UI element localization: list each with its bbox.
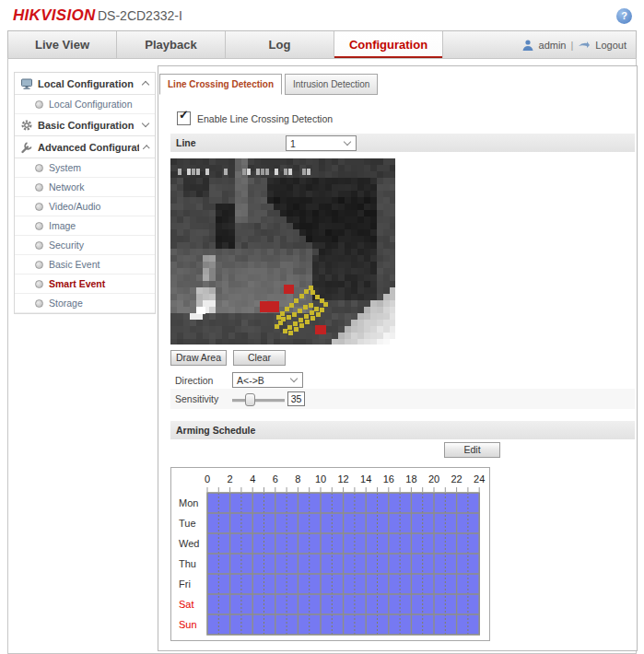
logout-button[interactable]: Logout bbox=[595, 40, 626, 51]
help-icon[interactable]: ? bbox=[616, 8, 632, 24]
tab-intrusion-detection[interactable]: Intrusion Detection bbox=[285, 74, 378, 95]
line-select-value: 1 bbox=[290, 138, 296, 149]
day-label: Tue bbox=[179, 518, 196, 529]
chevron-up-icon bbox=[142, 81, 149, 88]
direction-label: Direction bbox=[175, 375, 213, 386]
hour-label: 12 bbox=[337, 473, 348, 485]
sensitivity-input[interactable] bbox=[287, 391, 305, 406]
day-label: Fri bbox=[179, 578, 191, 590]
hour-label: 20 bbox=[428, 473, 439, 485]
arming-schedule-title: Arming Schedule bbox=[170, 425, 255, 436]
nav-tab-playback[interactable]: Playback bbox=[117, 31, 226, 58]
line-section-bar: Line 1 bbox=[170, 134, 635, 152]
direction-select-value: A<->B bbox=[237, 375, 264, 386]
sidebar-item-label: Local Configuration bbox=[49, 99, 132, 110]
hour-label: 14 bbox=[360, 473, 371, 485]
bullet-icon bbox=[35, 222, 43, 230]
bullet-icon bbox=[35, 241, 43, 250]
day-label: Sat bbox=[179, 599, 194, 610]
divider: | bbox=[570, 40, 573, 51]
hour-label: 10 bbox=[315, 473, 326, 485]
main-panel: Line Crossing DetectionIntrusion Detecti… bbox=[158, 65, 638, 651]
sidebar-item-label: Video/Audio bbox=[49, 201, 100, 212]
sidebar-item-image[interactable]: Image bbox=[15, 216, 155, 236]
chevron-down-icon bbox=[142, 120, 149, 127]
line-label: Line bbox=[170, 137, 196, 148]
main-nav: Live ViewPlaybackLogConfiguration admin … bbox=[7, 30, 637, 59]
gear-icon bbox=[20, 119, 33, 132]
sidebar-item-smart-event[interactable]: Smart Event bbox=[15, 274, 155, 294]
user-icon bbox=[521, 39, 534, 52]
enable-checkbox-label: Enable Line Crossing Detection bbox=[197, 113, 333, 124]
camera-preview[interactable] bbox=[170, 158, 395, 345]
content-container: Local ConfigurationLocal ConfigurationBa… bbox=[7, 58, 637, 654]
bullet-icon bbox=[35, 164, 43, 172]
chevron-down-icon bbox=[344, 138, 351, 146]
sidebar-item-storage[interactable]: Storage bbox=[15, 294, 155, 313]
wrench-icon bbox=[20, 141, 33, 154]
sidebar-item-network[interactable]: Network bbox=[15, 178, 155, 197]
hour-label: 6 bbox=[273, 473, 278, 485]
nav-tab-live-view[interactable]: Live View bbox=[8, 31, 117, 58]
hour-label: 0 bbox=[205, 473, 210, 485]
sidebar-item-basic-event[interactable]: Basic Event bbox=[15, 255, 155, 274]
hour-label: 18 bbox=[405, 473, 416, 485]
monitor-icon bbox=[20, 77, 33, 90]
enable-line-crossing-checkbox[interactable]: ✓ bbox=[177, 111, 191, 125]
edit-schedule-button[interactable]: Edit bbox=[444, 442, 500, 458]
sidebar-group-label: Advanced Configuration bbox=[38, 142, 139, 153]
arming-schedule-bar: Arming Schedule bbox=[170, 421, 635, 439]
sidebar-group-local-configuration[interactable]: Local Configuration bbox=[15, 73, 155, 95]
sidebar-item-label: Security bbox=[49, 239, 84, 251]
enable-row: ✓ Enable Line Crossing Detection bbox=[177, 111, 333, 125]
sensitivity-label: Sensitivity bbox=[175, 393, 218, 404]
bullet-icon bbox=[35, 299, 43, 308]
user-area: admin | Logout bbox=[521, 31, 636, 58]
sidebar-item-label: Image bbox=[49, 220, 76, 231]
sensitivity-slider-track[interactable] bbox=[232, 399, 285, 403]
day-label: Sun bbox=[179, 619, 197, 630]
sensitivity-slider-thumb[interactable] bbox=[245, 393, 255, 406]
arming-schedule-grid: 024681012141618202224MonTueWedThuFriSatS… bbox=[171, 468, 489, 640]
sidebar-item-label: Basic Event bbox=[49, 259, 100, 270]
draw-area-button[interactable]: Draw Area bbox=[170, 350, 227, 366]
detection-tabs: Line Crossing DetectionIntrusion Detecti… bbox=[159, 74, 381, 94]
device-model-title: DS-2CD2332-I bbox=[98, 8, 182, 23]
sidebar-group-label: Basic Configuration bbox=[38, 120, 135, 131]
day-label: Thu bbox=[179, 558, 196, 569]
hour-label: 2 bbox=[228, 473, 233, 485]
bullet-icon bbox=[35, 280, 43, 288]
bullet-icon bbox=[35, 100, 43, 109]
chevron-down-icon bbox=[290, 375, 298, 382]
nav-tabs: Live ViewPlaybackLogConfiguration bbox=[8, 31, 443, 58]
sidebar-group-basic-configuration[interactable]: Basic Configuration bbox=[15, 114, 155, 136]
hour-label: 16 bbox=[383, 473, 394, 485]
hour-label: 4 bbox=[250, 473, 255, 485]
nav-tab-configuration[interactable]: Configuration bbox=[334, 31, 443, 58]
logout-icon bbox=[578, 39, 591, 52]
sidebar-item-label: Smart Event bbox=[49, 278, 105, 289]
hour-label: 8 bbox=[295, 473, 300, 485]
chevron-up-icon bbox=[142, 145, 149, 152]
hikvision-config-page: HIKVISION DS-2CD2332-I ? Live ViewPlayba… bbox=[0, 0, 644, 654]
sidebar-group-label: Local Configuration bbox=[38, 78, 134, 89]
direction-select[interactable]: A<->B bbox=[232, 372, 303, 388]
nav-tab-log[interactable]: Log bbox=[226, 31, 334, 58]
day-label: Mon bbox=[179, 497, 198, 508]
sidebar-item-label: System bbox=[49, 162, 81, 173]
sidebar-item-security[interactable]: Security bbox=[15, 236, 155, 255]
sidebar-item-video-audio[interactable]: Video/Audio bbox=[15, 197, 155, 216]
sidebar-item-system[interactable]: System bbox=[15, 158, 155, 178]
line-select[interactable]: 1 bbox=[286, 135, 357, 151]
bullet-icon bbox=[35, 261, 43, 269]
sidebar-item-label: Network bbox=[49, 181, 85, 193]
tab-line-crossing-detection[interactable]: Line Crossing Detection bbox=[159, 74, 282, 95]
sidebar-group-advanced-configuration[interactable]: Advanced Configuration bbox=[15, 136, 155, 158]
sidebar-item-local-configuration[interactable]: Local Configuration bbox=[15, 95, 155, 114]
hour-label: 22 bbox=[451, 473, 462, 485]
checkmark-icon: ✓ bbox=[179, 108, 189, 122]
bullet-icon bbox=[35, 203, 43, 211]
clear-button[interactable]: Clear bbox=[233, 350, 286, 366]
bullet-icon bbox=[35, 183, 43, 192]
username-label: admin bbox=[539, 40, 567, 51]
